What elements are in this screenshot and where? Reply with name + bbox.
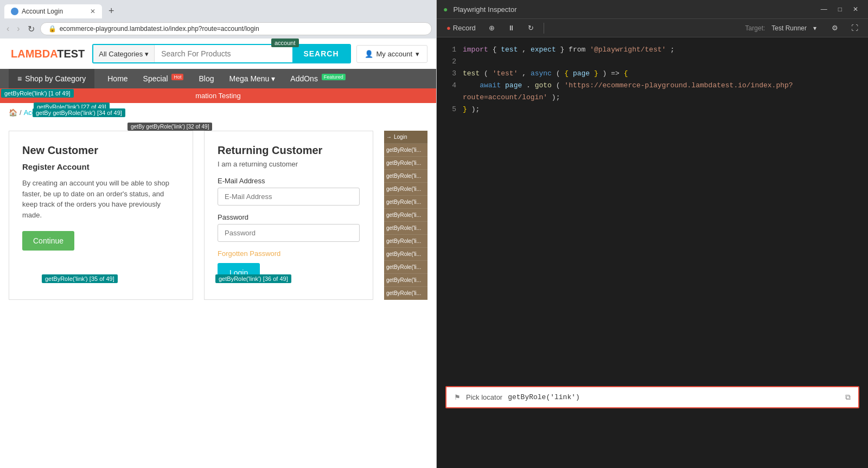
target-dropdown[interactable]: ▾	[813, 24, 816, 32]
new-customer-title: New Customer	[22, 144, 180, 157]
code-line-4: 4 await page . goto ( 'https://ecommerce…	[445, 80, 859, 104]
promo-text: mation Testing	[195, 92, 241, 100]
logo-text: LAMBDATEST	[11, 48, 85, 60]
breadcrumb-account-link[interactable]: Account	[24, 108, 49, 117]
inspector-bottom	[437, 414, 868, 468]
inspector-panel: ● Playwright Inspector — □ ✕ ● Record ⊕ …	[437, 0, 868, 468]
step-icon: ↻	[528, 24, 534, 32]
step-btn[interactable]: ↻	[525, 22, 537, 34]
shop-category-btn[interactable]: ≡ Shop by Category	[9, 69, 94, 88]
tab-bar: Account Login ✕ +	[4, 3, 432, 19]
mega-menu-arrow: ▾	[271, 74, 275, 83]
logo[interactable]: LAMBDATEST	[9, 46, 87, 62]
playwright-icon: ●	[443, 5, 448, 14]
line-num-2: 2	[445, 56, 456, 68]
browser-chrome: Account Login ✕ +	[0, 0, 436, 19]
email-input[interactable]	[218, 188, 360, 206]
featured-badge: Featured	[322, 74, 346, 80]
inspector-title: Playwright Inspector	[453, 5, 516, 14]
search-button[interactable]: SEARCH	[292, 45, 349, 62]
list-item-12[interactable]: getByRole('li...	[384, 287, 427, 300]
inspector-titlebar: ● Playwright Inspector — □ ✕	[437, 0, 868, 19]
login-button[interactable]: Login	[218, 263, 260, 283]
tooltip-continue: getByRole('link') [35 of 49]	[42, 274, 118, 283]
code-line-2: 2	[445, 56, 859, 68]
pick-locator-label: Pick locator	[466, 393, 502, 401]
tab-favicon	[11, 8, 18, 15]
user-icon: 👤	[365, 50, 373, 58]
list-item-7[interactable]: getByRole('li...	[384, 222, 427, 235]
list-item-9[interactable]: getByRole('li...	[384, 248, 427, 261]
returning-customer-box: Returning Customer I am a returning cust…	[204, 131, 373, 300]
forgotten-password-link[interactable]: Forgotten Password	[218, 249, 360, 258]
my-account-button[interactable]: 👤 My account ▾	[356, 45, 427, 63]
record-button[interactable]: ● Record	[443, 22, 479, 34]
login-list-label: Login	[394, 134, 407, 140]
password-label: Password	[218, 213, 360, 221]
category-dropdown[interactable]: All Categories ▾	[93, 45, 155, 62]
list-item-6[interactable]: getByRole('li...	[384, 209, 427, 222]
breadcrumb-sep2: /	[52, 108, 54, 117]
maximize-btn[interactable]: □	[835, 4, 845, 14]
close-btn[interactable]: ✕	[850, 4, 861, 14]
browser-tab[interactable]: Account Login ✕	[4, 4, 102, 18]
url-text: ecommerce-playground.lambdatest.io/index…	[60, 25, 259, 33]
nav-blog-link[interactable]: Blog	[191, 69, 221, 88]
code-line-5: 5 } );	[445, 104, 859, 116]
settings-btn[interactable]: ⚙	[828, 22, 841, 34]
category-label: All Categories	[99, 50, 143, 58]
list-item-2[interactable]: getByRole('li...	[384, 157, 427, 170]
returning-customer-title: Returning Customer	[218, 144, 360, 157]
nav-addons-link[interactable]: AddOns Featured	[283, 69, 353, 88]
promo-bar: mation Testing	[0, 88, 436, 103]
pause-icon: ⏸	[508, 24, 515, 32]
right-list-panel: → Login getByRole('li... getByRole('li..…	[384, 131, 427, 300]
home-icon: 🏠	[9, 108, 17, 117]
list-item-1[interactable]: getByRole('li...	[384, 144, 427, 157]
inspect-btn[interactable]: ⊕	[486, 22, 498, 34]
copy-locator-btn[interactable]: ⧉	[845, 393, 851, 402]
record-label: Record	[453, 24, 476, 32]
back-btn[interactable]: ‹	[4, 23, 11, 35]
nav-special-link[interactable]: Special Hot	[136, 69, 192, 88]
lock-icon: 🔒	[48, 25, 56, 33]
tab-close-btn[interactable]: ✕	[90, 8, 95, 15]
password-input[interactable]	[218, 224, 360, 242]
continue-button[interactable]: Continue	[22, 231, 74, 251]
login-list-item[interactable]: → Login	[384, 131, 427, 144]
menu-icon: ≡	[17, 74, 22, 83]
list-item-3[interactable]: getByRole('li...	[384, 170, 427, 183]
search-input[interactable]	[155, 45, 292, 62]
pause-btn[interactable]: ⏸	[505, 22, 518, 34]
shop-category-label: Shop by Category	[25, 74, 86, 83]
list-item-4[interactable]: getByRole('li...	[384, 183, 427, 196]
new-customer-box: New Customer Register Account By creatin…	[9, 131, 193, 300]
pick-locator-icon: ⚑	[454, 393, 461, 401]
new-tab-btn[interactable]: +	[104, 3, 119, 19]
list-item-5[interactable]: getByRole('li...	[384, 196, 427, 209]
forward-btn[interactable]: ›	[15, 23, 22, 35]
hot-badge: Hot	[171, 74, 183, 80]
my-account-label: My account	[376, 50, 412, 58]
list-item-10[interactable]: getByRole('li...	[384, 261, 427, 274]
pick-locator-bar: ⚑ Pick locator ⧉	[445, 386, 859, 408]
pick-locator-input[interactable]	[508, 393, 840, 401]
main-nav: ≡ Shop by Category Home Special Hot Blog	[0, 69, 436, 88]
url-bar[interactable]: 🔒 ecommerce-playground.lambdatest.io/ind…	[40, 22, 432, 35]
list-item-8[interactable]: getByRole('li...	[384, 235, 427, 248]
code-line-3: 3 test ( 'test' , async ( { page } ) => …	[445, 68, 859, 80]
list-item-11[interactable]: getByRole('li...	[384, 274, 427, 287]
reload-btn[interactable]: ↻	[25, 23, 37, 35]
nav-home-link[interactable]: Home	[100, 69, 135, 88]
fullscreen-btn[interactable]: ⛶	[848, 22, 861, 34]
nav-mega-menu-link[interactable]: Mega Menu ▾	[221, 69, 283, 88]
record-icon: ●	[446, 24, 451, 32]
line-num-4: 4	[445, 80, 456, 104]
dropdown-arrow-icon: ▾	[145, 50, 149, 58]
minimize-btn[interactable]: —	[818, 4, 831, 14]
account-dropdown-icon: ▾	[416, 50, 419, 58]
cursor-icon: ⊕	[489, 24, 495, 32]
breadcrumb-login: Login	[55, 108, 73, 117]
line-num-5: 5	[445, 104, 456, 116]
email-label: E-Mail Address	[218, 177, 360, 185]
